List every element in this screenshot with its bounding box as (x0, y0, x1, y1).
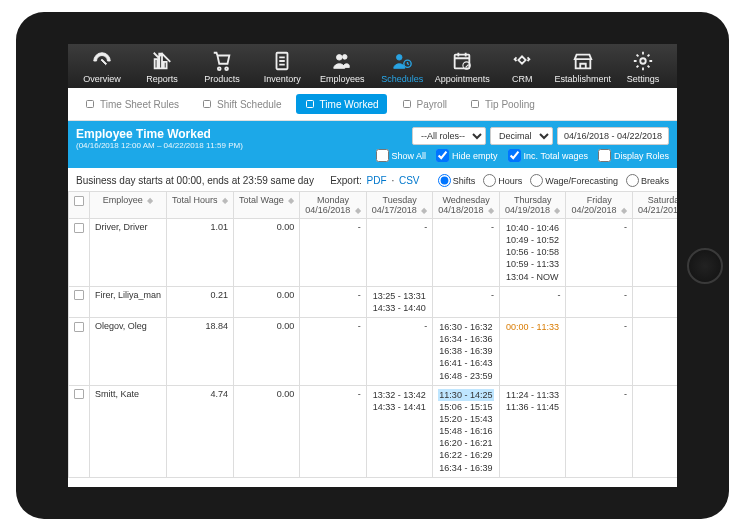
nav-establishment[interactable]: Establishment (554, 48, 611, 86)
nav-products[interactable]: Products (194, 48, 250, 86)
table-row: Olegov, Oleg18.840.00--16:30 - 16:3216:3… (69, 317, 678, 385)
subtab-shift-schedule[interactable]: Shift Schedule (193, 94, 290, 114)
shift-entry[interactable]: 15:20 - 15:43 (438, 413, 494, 425)
shift-entry[interactable]: 11:36 - 11:45 (505, 401, 561, 413)
format-select[interactable]: Decimal (490, 127, 553, 145)
radio[interactable] (626, 174, 639, 187)
table-wrap[interactable]: Employee ◆Total Hours ◆Total Wage ◆Monda… (68, 191, 677, 487)
col-friday[interactable]: Friday04/20/2018 ◆ (566, 192, 633, 219)
col-total-hours[interactable]: Total Hours ◆ (167, 192, 234, 219)
export-pdf[interactable]: PDF (367, 175, 387, 186)
table-row: Driver, Driver1.010.00---10:40 - 10:4610… (69, 219, 678, 287)
shift-entry[interactable]: 13:25 - 13:31 (372, 290, 428, 302)
shift-entry[interactable]: 16:30 - 16:32 (438, 321, 494, 333)
checkbox[interactable] (508, 149, 521, 162)
time-table: Employee ◆Total Hours ◆Total Wage ◆Monda… (68, 191, 677, 478)
nav-label: Products (204, 74, 240, 84)
day-cell: - (499, 286, 566, 317)
table-header-row: Employee ◆Total Hours ◆Total Wage ◆Monda… (69, 192, 678, 219)
day-cell: - (300, 385, 367, 477)
col-monday[interactable]: Monday04/16/2018 ◆ (300, 192, 367, 219)
nav-appointments[interactable]: Appointments (434, 48, 490, 86)
row-checkbox[interactable] (74, 223, 84, 233)
radio[interactable] (530, 174, 543, 187)
nav-overview[interactable]: Overview (74, 48, 130, 86)
nav-crm[interactable]: CRM (494, 48, 550, 86)
checkbox-all[interactable] (74, 196, 84, 206)
day-cell: - (633, 286, 678, 317)
checkbox[interactable] (598, 149, 611, 162)
viewmode-breaks[interactable]: Breaks (626, 174, 669, 187)
table-row: Smitt, Kate4.740.00-13:32 - 13:4214:33 -… (69, 385, 678, 477)
shift-entry[interactable]: 10:56 - 10:58 (505, 246, 561, 258)
check-inc--total-wages[interactable]: Inc. Total wages (508, 149, 588, 162)
nav-employees[interactable]: Employees (314, 48, 370, 86)
shift-entry[interactable]: 14:33 - 14:41 (372, 401, 428, 413)
export-csv[interactable]: CSV (399, 175, 420, 186)
subtab-label: Time Worked (320, 99, 379, 110)
subtab-tip-pooling[interactable]: Tip Pooling (461, 94, 543, 114)
check-hide-empty[interactable]: Hide empty (436, 149, 498, 162)
col-wednesday[interactable]: Wednesday04/18/2018 ◆ (433, 192, 500, 219)
shift-entry[interactable]: 16:20 - 16:21 (438, 437, 494, 449)
row-checkbox-cell (69, 317, 90, 385)
checkbox[interactable] (436, 149, 449, 162)
nav-inventory[interactable]: Inventory (254, 48, 310, 86)
wage-cell: 0.00 (234, 286, 300, 317)
shift-entry[interactable]: 15:48 - 16:16 (438, 425, 494, 437)
day-cell: 16:30 - 16:3216:34 - 16:3616:38 - 16:391… (433, 317, 500, 385)
nav-label: CRM (512, 74, 533, 84)
shift-entry[interactable]: 10:40 - 10:46 (505, 222, 561, 234)
radio[interactable] (438, 174, 451, 187)
shift-entry[interactable]: 00:00 - 11:33 (505, 321, 561, 333)
shift-entry[interactable]: 16:38 - 16:39 (438, 345, 494, 357)
role-select[interactable]: --All roles-- (412, 127, 486, 145)
hours-cell: 0.21 (167, 286, 234, 317)
date-range[interactable]: 04/16/2018 - 04/22/2018 (557, 127, 669, 145)
shift-entry[interactable]: 10:59 - 11:33 (505, 258, 561, 270)
nav-schedules[interactable]: Schedules (374, 48, 430, 86)
col-tuesday[interactable]: Tuesday04/17/2018 ◆ (366, 192, 433, 219)
day-cell: 13:25 - 13:3114:33 - 14:40 (366, 286, 433, 317)
col-total-wage[interactable]: Total Wage ◆ (234, 192, 300, 219)
shift-entry[interactable]: 10:49 - 10:52 (505, 234, 561, 246)
svg-point-1 (337, 55, 343, 61)
shift-entry[interactable]: 16:41 - 16:43 (438, 357, 494, 369)
shift-entry[interactable]: 13:04 - NOW (505, 271, 561, 283)
subtab-payroll[interactable]: Payroll (393, 94, 456, 114)
col-cb (69, 192, 90, 219)
row-checkbox[interactable] (74, 389, 84, 399)
checkbox[interactable] (376, 149, 389, 162)
radio[interactable] (483, 174, 496, 187)
day-cell: - (300, 317, 367, 385)
shift-entry[interactable]: 16:48 - 23:59 (438, 370, 494, 382)
nav-reports[interactable]: Reports (134, 48, 190, 86)
shift-entry[interactable]: 16:34 - 16:36 (438, 333, 494, 345)
subtab-time-sheet-rules[interactable]: Time Sheet Rules (76, 94, 187, 114)
col-thursday[interactable]: Thursday04/19/2018 ◆ (499, 192, 566, 219)
wage-cell: 0.00 (234, 219, 300, 287)
shift-entry[interactable]: 16:34 - 16:39 (438, 462, 494, 474)
check-show-all[interactable]: Show All (376, 149, 427, 162)
svg-rect-11 (472, 101, 479, 108)
shift-entry[interactable]: 11:30 - 14:25 (438, 389, 494, 401)
viewmode-hours[interactable]: Hours (483, 174, 522, 187)
col-saturday[interactable]: Saturday04/21/2018 ◆ (633, 192, 678, 219)
nav-settings[interactable]: Settings (615, 48, 671, 86)
viewmode-wage-forecasting[interactable]: Wage/Forecasting (530, 174, 618, 187)
col-employee[interactable]: Employee ◆ (90, 192, 167, 219)
header-left: Employee Time Worked (04/16/2018 12:00 A… (76, 127, 243, 150)
subtab-time-worked[interactable]: Time Worked (296, 94, 387, 114)
bizday-text: Business day starts at 00:00, ends at 23… (76, 175, 314, 186)
shift-entry[interactable]: 11:24 - 11:33 (505, 389, 561, 401)
shift-entry[interactable]: 15:06 - 15:15 (438, 401, 494, 413)
shift-entry[interactable]: 16:22 - 16:29 (438, 449, 494, 461)
viewmode-shifts[interactable]: Shifts (438, 174, 476, 187)
row-checkbox[interactable] (74, 322, 84, 332)
shift-entry[interactable]: 13:32 - 13:42 (372, 389, 428, 401)
svg-point-2 (397, 55, 403, 61)
shift-entry[interactable]: 14:33 - 14:40 (372, 302, 428, 314)
check-display-roles[interactable]: Display Roles (598, 149, 669, 162)
row-checkbox[interactable] (74, 290, 84, 300)
home-button[interactable] (687, 248, 723, 284)
